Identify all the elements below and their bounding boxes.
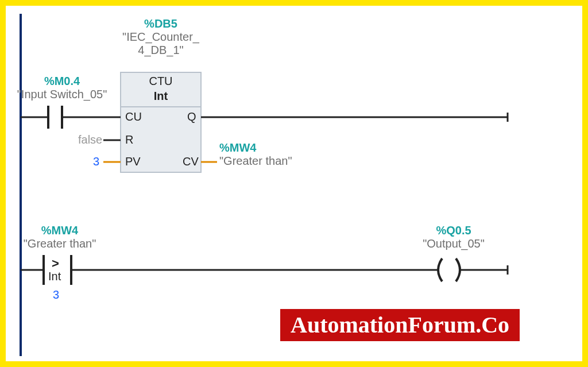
output-symbol: "Output_05" [408, 237, 500, 250]
input-symbol: "Input Switch_05" [16, 88, 108, 101]
pin-q: Q [187, 110, 196, 123]
counter-db-label: %DB5 "IEC_Counter_ 4_DB_1" [121, 17, 201, 57]
pin-r: R [125, 133, 133, 146]
diagram-frame: %DB5 "IEC_Counter_ 4_DB_1" CTU Int CU R … [0, 0, 588, 367]
cv-symbol: "Greater than" [219, 154, 292, 168]
cv-address: %MW4 [219, 141, 292, 154]
counter-db-address: %DB5 [121, 17, 201, 30]
r-input-value: false [78, 133, 102, 146]
ladder-canvas: %DB5 "IEC_Counter_ 4_DB_1" CTU Int CU R … [6, 6, 582, 361]
output-address: %Q0.5 [408, 224, 500, 237]
input-address: %M0.4 [16, 75, 108, 88]
pin-cv: CV [183, 155, 199, 168]
output-coil-label: %Q0.5 "Output_05" [408, 224, 500, 250]
compare-address: %MW4 [20, 224, 100, 237]
counter-db-symbol-l1: "IEC_Counter_ [121, 30, 201, 44]
pv-input-value: 3 [93, 155, 99, 168]
pin-pv: PV [125, 155, 141, 168]
compare-symbol: "Greater than" [20, 237, 100, 250]
pin-cu: CU [125, 110, 142, 123]
compare-operand1-label: %MW4 "Greater than" [20, 224, 100, 250]
counter-block-datatype: Int [121, 90, 201, 103]
ladder-svg [6, 6, 582, 361]
compare-operand2: 3 [53, 288, 59, 302]
compare-operator: > [52, 256, 59, 271]
cv-output-label: %MW4 "Greater than" [219, 141, 292, 168]
compare-datatype: Int [48, 270, 61, 283]
input-contact-label: %M0.4 "Input Switch_05" [16, 75, 108, 101]
counter-block-type: CTU [121, 75, 201, 88]
watermark-banner: AutomationForum.Co [280, 309, 520, 341]
counter-db-symbol-l2: 4_DB_1" [121, 44, 201, 57]
